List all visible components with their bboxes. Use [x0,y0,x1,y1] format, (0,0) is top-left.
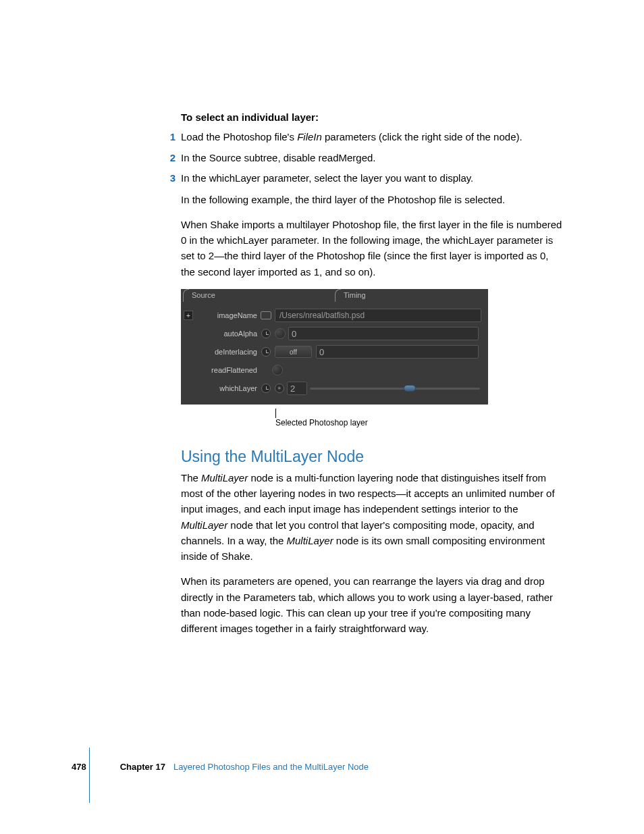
page-number: 478 [72,762,86,772]
text: parameters (click the right side of the … [322,131,522,142]
step-text: Load the Photoshop file's FileIn paramet… [181,130,563,145]
paragraph: The MultiLayer node is a multi-function … [181,470,563,565]
clock-icon[interactable] [260,328,272,339]
expand-icon[interactable]: + [184,311,193,320]
step-number: 2 [166,151,181,166]
folder-icon[interactable] [260,310,272,321]
emphasis: MultiLayer [201,472,248,484]
off-button[interactable]: off [275,346,312,358]
paragraph: When its parameters are opened, you can … [181,573,563,636]
page-footer: 478 Chapter 17 Layered Photoshop Files a… [72,762,369,772]
step-2: 2 In the Source subtree, disable readMer… [181,151,563,166]
step-number: 3 [166,171,181,186]
knob-icon[interactable] [275,328,286,339]
whichlayer-field[interactable]: 2 [287,382,307,395]
step-1: 1 Load the Photoshop file's FileIn param… [181,130,563,145]
paragraph: When Shake imports a multilayer Photosho… [181,217,563,280]
step-text: In the Source subtree, disable readMerge… [181,151,563,166]
whichlayer-slider[interactable] [310,388,480,390]
callout-text: Selected Photoshop layer [275,418,368,427]
step-text: In the whichLayer parameter, select the … [181,171,563,186]
param-label: whichLayer [196,384,260,392]
tab-timing[interactable]: Timing [333,289,485,303]
key-icon[interactable]: ✶ [275,384,284,393]
emphasis: MultiLayer [181,519,227,531]
clock-icon[interactable] [260,346,272,357]
text: Load the Photoshop file's [181,131,297,142]
chapter-title: Layered Photoshop Files and the MultiLay… [173,762,369,772]
parameters-panel: Source Timing + imageName /Users/nreal/b… [181,289,488,405]
param-label: imageName [196,311,260,319]
slider-thumb[interactable] [404,385,416,392]
callout: Selected Photoshop layer [275,409,563,427]
procedure-heading: To select an individual layer: [181,111,563,123]
step-number: 1 [166,130,181,145]
knob-icon[interactable] [272,365,283,375]
emphasis: FileIn [297,131,322,142]
text: The [181,472,201,484]
param-label: autoAlpha [196,330,260,338]
chapter-label: Chapter 17 [120,762,165,772]
deinterlacing-field[interactable]: 0 [316,345,479,359]
imagename-field[interactable]: /Users/nreal/batfish.psd [275,309,481,322]
paragraph: In the following example, the third laye… [181,192,563,207]
tab-source[interactable]: Source [181,289,333,303]
param-label: readFlattened [196,366,260,374]
clock-icon[interactable] [260,383,272,394]
footer-rule [89,748,90,803]
param-label: deInterlacing [196,348,260,356]
emphasis: MultiLayer [286,535,333,546]
section-heading: Using the MultiLayer Node [181,448,563,466]
autoalpha-field[interactable]: 0 [288,327,479,340]
step-3: 3 In the whichLayer parameter, select th… [181,171,563,186]
